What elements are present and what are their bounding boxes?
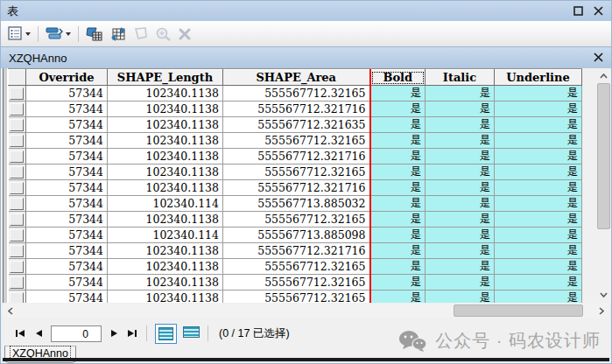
table-row[interactable]: 57344 102340.1138 555567712.32165 是 是 是 [9, 275, 582, 290]
dropdown-caret-icon [25, 32, 31, 36]
row-selector[interactable] [9, 149, 26, 164]
row-selector[interactable] [9, 196, 26, 212]
horizontal-scroll-thumb[interactable] [454, 304, 583, 317]
row-selector[interactable] [9, 180, 26, 196]
window-titlebar[interactable]: 表 [1, 1, 611, 21]
row-selector[interactable] [9, 86, 26, 102]
cell-shape-length: 102340.1138 [108, 243, 223, 259]
horizontal-scrollbar[interactable] [3, 304, 608, 318]
last-record-button[interactable] [126, 326, 138, 340]
table-row[interactable]: 57344 102340.114 555567713.885098 是 是 是 [9, 228, 582, 243]
maximize-icon[interactable] [573, 5, 584, 17]
related-tables-button[interactable] [43, 24, 74, 44]
table-row[interactable]: 57344 102340.1138 555567712.32165 是 是 是 [9, 133, 582, 149]
table-row[interactable]: 57344 102340.114 555567713.885032 是 是 是 [9, 196, 582, 212]
cell-bold: 是 [370, 133, 426, 149]
cell-override: 57344 [26, 275, 108, 290]
show-selected-records-button[interactable] [183, 326, 200, 338]
clear-selection-button[interactable] [130, 24, 151, 44]
record-navigation-bar: 0 (0 / 17 已选择) [1, 321, 611, 346]
table-row[interactable]: 57344 102340.1138 555567712.32165 是 是 是 [9, 86, 582, 102]
column-header-override[interactable]: Override [26, 70, 108, 86]
cell-italic: 是 [426, 117, 495, 133]
cell-bold: 是 [370, 243, 426, 259]
delete-selected-icon [178, 27, 192, 41]
cell-override: 57344 [26, 212, 108, 228]
scroll-right-icon[interactable] [594, 307, 608, 315]
column-header-shape-area[interactable]: SHAPE_Area [223, 70, 370, 86]
toolbar-separator [38, 26, 39, 42]
row-selector[interactable] [9, 243, 26, 259]
cell-italic: 是 [426, 86, 495, 102]
row-selector[interactable] [9, 290, 26, 304]
panel-close-icon[interactable] [594, 52, 603, 65]
column-header-shape-length[interactable]: SHAPE_Length [108, 70, 223, 86]
cell-shape-area: 555567712.32165 [223, 290, 370, 304]
cell-italic: 是 [426, 164, 495, 180]
cell-override: 57344 [26, 164, 108, 180]
cell-shape-length: 102340.1138 [108, 180, 223, 196]
table-options-button[interactable] [5, 24, 33, 44]
vertical-scroll-track[interactable] [596, 83, 611, 288]
scroll-down-icon[interactable] [596, 288, 611, 302]
cell-shape-length: 102340.1138 [108, 275, 223, 290]
cell-override: 57344 [26, 133, 108, 149]
table-row[interactable]: 57344 102340.1138 555567712.32165 是 是 是 [9, 290, 582, 304]
current-record-input[interactable]: 0 [51, 326, 102, 342]
cell-shape-area: 555567712.321635 [223, 117, 370, 133]
row-selector[interactable] [9, 228, 26, 243]
row-selector[interactable] [9, 102, 26, 117]
vertical-scroll-thumb[interactable] [597, 83, 610, 229]
previous-record-button[interactable] [32, 326, 45, 340]
table-row[interactable]: 57344 102340.1138 555567712.321716 是 是 是 [9, 180, 582, 196]
cell-bold: 是 [370, 102, 426, 117]
cell-shape-area: 555567712.32165 [223, 275, 370, 290]
delete-selected-button[interactable] [175, 24, 194, 44]
scroll-up-icon[interactable] [596, 69, 611, 83]
table-row[interactable]: 57344 102340.1138 555567712.32165 是 是 是 [9, 259, 582, 275]
column-header-underline[interactable]: Underline [495, 70, 582, 86]
switch-selection-icon [109, 26, 127, 42]
table-row[interactable]: 57344 102340.1138 555567712.321635 是 是 是 [9, 117, 582, 133]
cell-bold: 是 [370, 228, 426, 243]
cell-italic: 是 [426, 102, 495, 117]
table-row[interactable]: 57344 102340.1138 555567712.321716 是 是 是 [9, 102, 582, 117]
cell-shape-length: 102340.1138 [108, 86, 223, 102]
layer-panel-header: XZQHAnno [1, 46, 611, 68]
cell-shape-area: 555567712.32165 [223, 86, 370, 102]
table-row[interactable]: 57344 102340.1138 555567712.321716 是 是 是 [9, 149, 582, 164]
cell-underline: 是 [495, 228, 582, 243]
cell-italic: 是 [426, 196, 495, 212]
row-selector[interactable] [9, 164, 26, 180]
table-viewport: Override SHAPE_Length SHAPE_Area Bold It… [8, 68, 582, 303]
cell-bold: 是 [370, 259, 426, 275]
select-by-attributes-button[interactable] [83, 24, 106, 44]
table-row[interactable]: 57344 102340.1138 555567712.32165 是 是 是 [9, 164, 582, 180]
switch-selection-button[interactable] [107, 24, 130, 44]
first-record-button[interactable] [14, 326, 26, 340]
cell-shape-area: 555567712.321716 [223, 102, 370, 117]
scroll-left-icon[interactable] [3, 307, 18, 315]
cell-shape-length: 102340.1138 [108, 149, 223, 164]
show-all-records-button[interactable] [155, 324, 177, 344]
zoom-to-selected-button[interactable] [152, 24, 174, 44]
cell-bold: 是 [370, 164, 426, 180]
row-selector[interactable] [9, 259, 26, 275]
row-selector[interactable] [9, 275, 26, 290]
select-all-corner[interactable] [9, 70, 26, 86]
cell-bold: 是 [370, 275, 426, 290]
row-selector[interactable] [9, 133, 26, 149]
table-area: Override SHAPE_Length SHAPE_Area Bold It… [1, 68, 611, 303]
vertical-scrollbar[interactable] [596, 68, 611, 303]
close-icon[interactable] [593, 5, 604, 17]
table-body: 57344 102340.1138 555567712.32165 是 是 是 … [9, 86, 582, 304]
table-row[interactable]: 57344 102340.1138 555567712.321716 是 是 是 [9, 243, 582, 259]
column-header-italic[interactable]: Italic [426, 70, 495, 86]
next-record-button[interactable] [108, 326, 120, 340]
row-selector[interactable] [9, 212, 26, 228]
cell-override: 57344 [26, 149, 108, 164]
column-header-bold[interactable]: Bold [370, 70, 426, 86]
row-selector[interactable] [9, 117, 26, 133]
cell-shape-length: 102340.1138 [108, 164, 223, 180]
table-row[interactable]: 57344 102340.1138 555567712.32165 是 是 是 [9, 212, 582, 228]
